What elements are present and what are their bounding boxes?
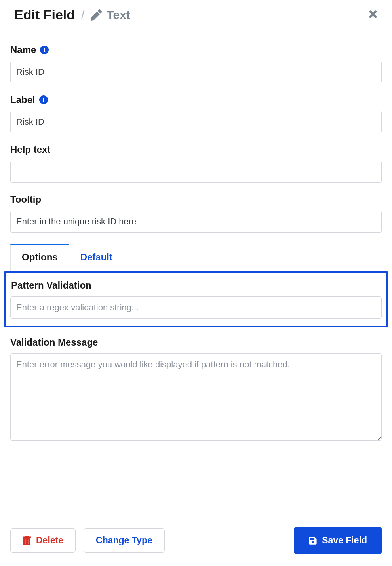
name-input[interactable] xyxy=(10,61,382,83)
label-input[interactable] xyxy=(10,111,382,133)
label-label: Label xyxy=(10,94,35,105)
pattern-validation-highlight: Pattern Validation xyxy=(4,271,388,327)
validation-message-input[interactable] xyxy=(10,353,382,441)
header-left: Edit Field / Text xyxy=(14,7,130,23)
close-icon xyxy=(367,9,379,20)
tabs: Options Default xyxy=(10,244,382,271)
label-group: Label i xyxy=(10,94,382,133)
validation-message-group: Validation Message xyxy=(10,337,382,442)
label-label-row: Label i xyxy=(10,94,382,105)
pattern-validation-input[interactable] xyxy=(10,296,382,319)
pencil-icon xyxy=(91,9,102,21)
pattern-validation-label-row: Pattern Validation xyxy=(11,280,382,291)
tooltip-group: Tooltip xyxy=(10,194,382,233)
save-icon xyxy=(308,536,317,545)
dialog-header: Edit Field / Text xyxy=(0,0,392,34)
change-type-button[interactable]: Change Type xyxy=(84,528,165,553)
save-field-label: Save Field xyxy=(322,535,367,546)
info-icon[interactable]: i xyxy=(39,95,48,104)
page-title: Edit Field xyxy=(14,7,75,23)
info-icon[interactable]: i xyxy=(40,46,49,54)
close-button[interactable] xyxy=(366,7,380,23)
validation-message-label: Validation Message xyxy=(10,337,98,348)
name-label-row: Name i xyxy=(10,44,382,55)
tooltip-label: Tooltip xyxy=(10,194,41,205)
tab-default[interactable]: Default xyxy=(69,244,124,271)
dialog-footer: Delete Change Type Save Field xyxy=(0,517,392,566)
trash-icon xyxy=(23,536,31,545)
field-type-label: Text xyxy=(107,8,130,22)
name-label: Name xyxy=(10,44,36,55)
form-body: Name i Label i Help text Tooltip Options… xyxy=(0,34,392,517)
helptext-input[interactable] xyxy=(10,161,382,183)
field-type-indicator: Text xyxy=(91,8,130,22)
helptext-label: Help text xyxy=(10,144,50,155)
delete-button[interactable]: Delete xyxy=(10,528,76,553)
pattern-validation-label: Pattern Validation xyxy=(11,280,91,291)
footer-left: Delete Change Type xyxy=(10,528,165,553)
tooltip-input[interactable] xyxy=(10,211,382,233)
tab-options[interactable]: Options xyxy=(10,244,69,271)
helptext-group: Help text xyxy=(10,144,382,183)
save-field-button[interactable]: Save Field xyxy=(294,527,382,554)
validation-message-label-row: Validation Message xyxy=(10,337,382,348)
breadcrumb-separator: / xyxy=(81,8,84,22)
tooltip-label-row: Tooltip xyxy=(10,194,382,205)
delete-button-label: Delete xyxy=(36,535,63,546)
change-type-label: Change Type xyxy=(96,535,152,546)
name-group: Name i xyxy=(10,44,382,83)
helptext-label-row: Help text xyxy=(10,144,382,155)
